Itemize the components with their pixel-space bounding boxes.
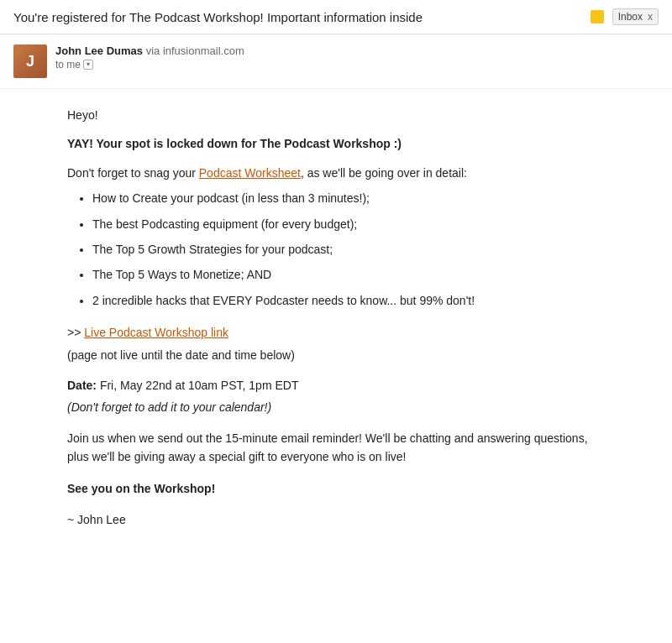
to-me-text: to me: [55, 59, 81, 71]
sender-row: J John Lee Dumas via infusionmail.com to…: [0, 34, 672, 89]
inbox-badge: Inbox x: [612, 8, 659, 25]
intro-paragraph: Don't forget to snag your Podcast Worksh…: [67, 164, 605, 182]
date-label: Date:: [67, 379, 97, 392]
date-section: Date: Fri, May 22nd at 10am PST, 1pm EDT: [67, 376, 605, 395]
workshop-link-section: >> Live Podcast Workshop link: [67, 323, 605, 342]
email-body: Heyo! YAY! Your spot is locked down for …: [0, 89, 672, 554]
email-subject: You're registered for The Podcast Worksh…: [13, 10, 580, 24]
list-item: The Top 5 Growth Strategies for your pod…: [92, 240, 605, 259]
dropdown-arrow-icon[interactable]: ▾: [83, 60, 93, 70]
podcast-worksheet-link[interactable]: Podcast Worksheet: [199, 166, 301, 180]
avatar-initials: J: [13, 44, 47, 78]
intro-text-after-link: , as we'll be going over in detail:: [301, 166, 467, 180]
calendar-note: (Don't forget to add it to your calendar…: [67, 398, 605, 416]
email-header: You're registered for The Podcast Worksh…: [0, 0, 672, 34]
sender-info: John Lee Dumas via infusionmail.com to m…: [55, 44, 244, 71]
label-icon: [591, 10, 604, 24]
sender-domain: infusionmail.com: [163, 44, 244, 57]
sender-via: via: [146, 44, 163, 57]
bold-intro: YAY! Your spot is locked down for The Po…: [67, 134, 605, 153]
list-item: The Top 5 Ways to Monetize; AND: [92, 265, 605, 284]
live-podcast-workshop-link[interactable]: Live Podcast Workshop link: [84, 326, 228, 339]
list-item: 2 incredible hacks that EVERY Podcaster …: [92, 291, 605, 310]
see-you: See you on the Workshop!: [67, 479, 605, 498]
signature: ~ John Lee: [67, 510, 605, 529]
date-value: Fri, May 22nd at 10am PST, 1pm EDT: [97, 379, 298, 392]
list-item: The best Podcasting equipment (for every…: [92, 215, 605, 233]
to-me-line: to me ▾: [55, 59, 244, 71]
sender-name-line: John Lee Dumas via infusionmail.com: [55, 44, 244, 57]
list-item: How to Create your podcast (in less than…: [92, 189, 605, 207]
greeting: Heyo!: [67, 106, 605, 124]
bullet-list: How to Create your podcast (in less than…: [92, 189, 605, 310]
avatar: J: [13, 44, 47, 78]
inbox-label: Inbox: [618, 11, 643, 23]
sender-name: John Lee Dumas: [55, 44, 143, 57]
intro-text-before-link: Don't forget to snag your: [67, 166, 199, 180]
page-not-live-note: (page not live until the date and time b…: [67, 346, 605, 364]
workshop-link-prefix: >>: [67, 326, 84, 339]
close-icon[interactable]: x: [648, 11, 653, 23]
join-paragraph: Join us when we send out the 15-minute e…: [67, 429, 605, 467]
